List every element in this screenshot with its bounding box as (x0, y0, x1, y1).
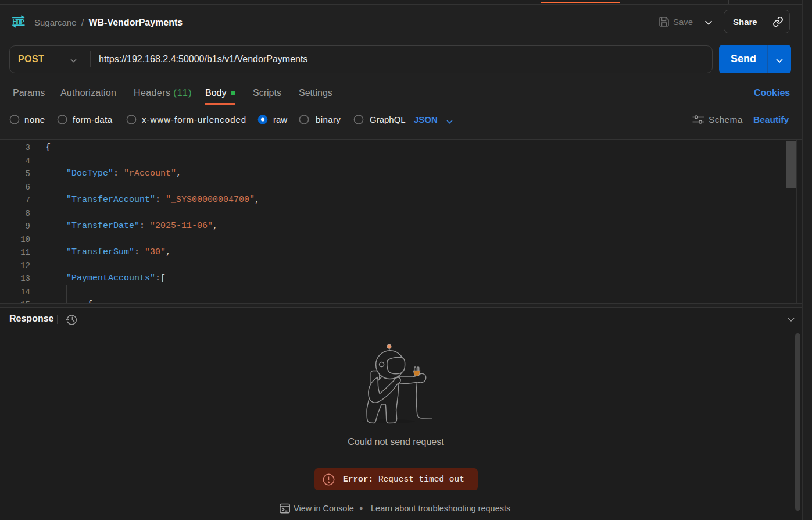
svg-text:HTTP: HTTP (12, 18, 24, 25)
